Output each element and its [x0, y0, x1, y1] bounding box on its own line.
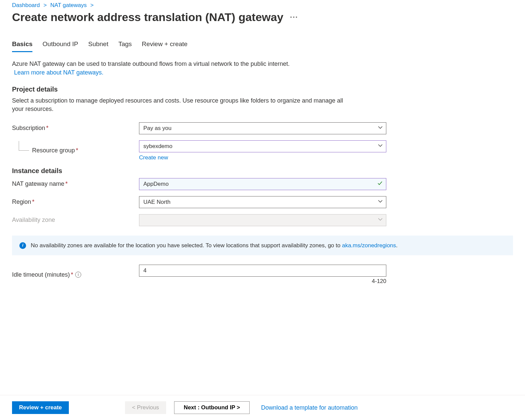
- subscription-label: Subscription*: [12, 125, 139, 132]
- intro-text: Azure NAT gateway can be used to transla…: [12, 59, 346, 77]
- zoned-regions-link[interactable]: aka.ms/zonedregions: [342, 242, 396, 249]
- subscription-select[interactable]: Pay as you: [139, 122, 386, 134]
- tab-review-create[interactable]: Review + create: [142, 40, 187, 52]
- breadcrumb-nat-gateways[interactable]: NAT gateways: [50, 2, 87, 8]
- create-new-link[interactable]: Create new: [139, 154, 168, 161]
- info-text: No availability zones are available for …: [31, 242, 342, 249]
- more-actions-icon[interactable]: ···: [290, 13, 298, 22]
- page-title: Create network address translation (NAT)…: [12, 11, 513, 24]
- tabs-bar: Basics Outbound IP Subnet Tags Review + …: [12, 40, 513, 52]
- tab-basics[interactable]: Basics: [12, 40, 32, 52]
- region-select[interactable]: UAE North: [139, 196, 386, 208]
- chevron-down-icon: [378, 125, 383, 132]
- breadcrumb-dashboard[interactable]: Dashboard: [12, 2, 40, 8]
- tab-subnet[interactable]: Subnet: [88, 40, 108, 52]
- tab-outbound-ip[interactable]: Outbound IP: [42, 40, 78, 52]
- nat-gateway-name-input[interactable]: AppDemo: [139, 178, 386, 190]
- chevron-right-icon: >: [90, 2, 94, 8]
- intro-body: Azure NAT gateway can be used to transla…: [12, 60, 290, 67]
- learn-more-link[interactable]: Learn more about NAT gateways.: [14, 69, 103, 76]
- info-tooltip-icon[interactable]: i: [75, 272, 81, 278]
- chevron-down-icon: [378, 217, 383, 224]
- breadcrumb: Dashboard > NAT gateways >: [12, 2, 513, 9]
- check-icon: [377, 180, 383, 187]
- info-icon: i: [19, 242, 26, 249]
- chevron-down-icon: [378, 199, 383, 205]
- resource-group-label: Resource group*: [12, 147, 139, 154]
- region-label: Region*: [12, 198, 139, 205]
- project-details-desc: Select a subscription to manage deployed…: [12, 97, 346, 113]
- availability-zone-label: Availability zone: [12, 217, 139, 224]
- info-availability-zone: i No availability zones are available fo…: [12, 236, 513, 256]
- idle-timeout-input[interactable]: 4: [139, 265, 386, 277]
- resource-group-select[interactable]: sybexdemo: [139, 140, 386, 152]
- nat-gateway-name-label: NAT gateway name*: [12, 180, 139, 187]
- section-instance-details: Instance details: [12, 167, 513, 175]
- page-title-text: Create network address translation (NAT)…: [12, 11, 283, 24]
- section-project-details: Project details: [12, 86, 513, 93]
- chevron-down-icon: [378, 143, 383, 150]
- idle-timeout-label: Idle timeout (minutes)* i: [12, 271, 139, 278]
- tab-tags[interactable]: Tags: [118, 40, 132, 52]
- chevron-right-icon: >: [43, 2, 47, 8]
- availability-zone-select: [139, 214, 386, 226]
- idle-timeout-range: 4-120: [139, 278, 386, 285]
